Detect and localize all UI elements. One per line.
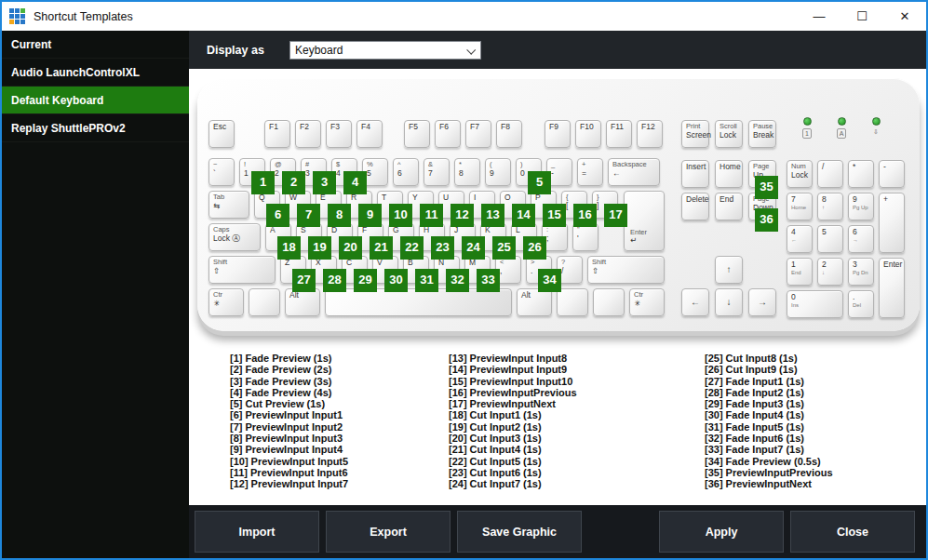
key-insert[interactable]: Insert <box>681 160 709 188</box>
key-sym[interactable]: Shift⇧ <box>208 256 276 284</box>
key-1[interactable]: !11 <box>239 158 265 186</box>
key-f8[interactable]: F8 <box>496 120 522 148</box>
sidebar-item-default-keyboard[interactable]: Default Keyboard <box>2 87 189 114</box>
key-sym[interactable]: ↑ <box>715 256 743 284</box>
shortcut-badge-17: 17 <box>604 204 627 227</box>
key-sym[interactable]: - <box>879 160 905 188</box>
key-esc[interactable]: Esc <box>208 120 235 148</box>
key-4[interactable]: 4← <box>787 225 813 253</box>
shortcut-badge-28: 28 <box>323 269 346 292</box>
key-f9[interactable]: F9 <box>545 120 571 148</box>
key-5[interactable]: 5 <box>817 225 843 253</box>
key-lock[interactable]: CapsLock Ⓐ <box>208 223 261 251</box>
key-home[interactable]: Home <box>715 160 743 188</box>
key-f6[interactable]: F6 <box>435 120 461 148</box>
key-3[interactable]: 3Pg Dn <box>848 258 874 286</box>
key-sym[interactable]: ← <box>681 288 709 316</box>
key-sym[interactable]: Shift⇧ <box>587 256 665 284</box>
sidebar-item-replay-shuttleprov2[interactable]: Replay ShuttlePROv2 <box>2 114 189 142</box>
key-sym[interactable]: += <box>577 158 603 186</box>
export-button[interactable]: Export <box>326 511 451 553</box>
key-blank[interactable] <box>249 288 280 316</box>
key-sym[interactable]: / <box>817 160 843 188</box>
key-sym[interactable]: Tab⇆ <box>208 191 249 219</box>
key-delete[interactable]: Delete <box>681 193 709 220</box>
key-f7[interactable]: F7 <box>465 120 491 148</box>
key-sym[interactable]: Ctr✳ <box>208 288 244 316</box>
key-7[interactable]: 7Home <box>787 193 813 220</box>
key-screen[interactable]: PrintScreen <box>681 120 709 148</box>
key-f12[interactable]: F12 <box>637 120 663 148</box>
shortcut-badge-20: 20 <box>339 236 362 260</box>
save-graphic-button[interactable]: Save Graphic <box>457 511 582 553</box>
key-enter[interactable]: Enter↵ <box>624 191 665 251</box>
key-2[interactable]: 2↓ <box>817 258 843 286</box>
key-sym[interactable]: Backspace← <box>608 158 660 186</box>
key-f2[interactable]: F2 <box>295 120 321 148</box>
key-9[interactable]: 9Pg Up <box>848 193 874 220</box>
key-6[interactable]: ^6 <box>393 158 419 186</box>
sidebar-item-audio-launchcontrolxl[interactable]: Audio LaunchControlXL <box>2 59 189 87</box>
close-button[interactable]: Close <box>790 511 915 553</box>
key-blank[interactable] <box>557 288 588 316</box>
key-7[interactable]: &7 <box>424 158 450 186</box>
minimize-button[interactable]: — <box>798 2 841 31</box>
key-up[interactable]: PageUp35 <box>748 160 776 188</box>
key-alt[interactable]: Alt <box>517 288 552 316</box>
legend-entry: [26] Cut Input9 (1s) <box>705 364 921 375</box>
title-bar: Shortcut Templates — ☐ ✕ <box>2 2 926 31</box>
key-alt[interactable]: Alt <box>285 288 320 316</box>
key-sym[interactable]: → <box>748 288 776 316</box>
key-sym[interactable]: ↓ <box>715 288 743 316</box>
key-sym[interactable]: + <box>879 193 905 253</box>
legend-entry: [34] Fade Preview (0.5s) <box>705 456 921 467</box>
key-break[interactable]: PauseBreak <box>748 120 776 148</box>
key-sym[interactable]: ~` <box>208 158 235 186</box>
key-8[interactable]: *8 <box>454 158 480 186</box>
sidebar-item-current[interactable]: Current <box>2 31 189 59</box>
key-9[interactable]: (9 <box>485 158 511 186</box>
key-f4[interactable]: F4 <box>356 120 383 148</box>
key-f5[interactable]: F5 <box>404 120 430 148</box>
key-q[interactable]: Q6 <box>254 191 280 219</box>
key-f11[interactable]: F11 <box>606 120 632 148</box>
key-1[interactable]: 1End <box>787 258 813 286</box>
scroll-lock-led-light <box>872 117 881 126</box>
legend-column-2: [13] PreviewInput Input8[14] PreviewInpu… <box>449 353 665 490</box>
key-6[interactable]: 6→ <box>848 225 874 253</box>
apply-button[interactable]: Apply <box>659 511 784 553</box>
key-sym[interactable]: * <box>848 160 874 188</box>
key-8[interactable]: 8↑ <box>817 193 843 220</box>
display-as-select[interactable]: Keyboard <box>289 41 481 60</box>
key-enter[interactable]: Enter <box>879 258 905 318</box>
key-sym[interactable]: >.34 <box>526 256 552 284</box>
shortcut-badge-14: 14 <box>512 204 535 227</box>
shortcut-badge-3: 3 <box>313 171 336 194</box>
key-a[interactable]: A18 <box>265 223 291 251</box>
legend-column-3: [25] Cut Input8 (1s)[26] Cut Input9 (1s)… <box>705 353 921 490</box>
key-f1[interactable]: F1 <box>264 120 290 148</box>
key-f10[interactable]: F10 <box>575 120 601 148</box>
keyboard-row: Tab⇆Q6W7E8R9T10Y11U12I13O14P15{[16}]17 <box>208 191 665 219</box>
legend-entry: [25] Cut Input8 (1s) <box>705 353 921 364</box>
keyboard-row: Ctr✳AltAltCtr✳ <box>208 288 665 316</box>
key-f3[interactable]: F3 <box>326 120 352 148</box>
key-lock[interactable]: NumLock <box>787 160 813 188</box>
key-end[interactable]: End <box>715 193 743 220</box>
key-lock[interactable]: ScrollLock <box>715 120 743 148</box>
shortcut-badge-19: 19 <box>308 236 331 260</box>
maximize-button[interactable]: ☐ <box>841 2 883 31</box>
key-sym[interactable]: "' <box>572 223 598 251</box>
key-blank[interactable] <box>593 288 625 316</box>
key-sym[interactable]: .Del <box>848 290 874 318</box>
shortcut-badge-6: 6 <box>266 204 289 227</box>
shortcut-badge-33: 33 <box>477 269 500 292</box>
legend-entry: [36] PreviewInputNext <box>705 478 921 489</box>
key-blank[interactable] <box>325 288 512 316</box>
key-0[interactable]: )05 <box>516 158 542 186</box>
key-0[interactable]: 0Ins <box>787 290 843 318</box>
import-button[interactable]: Import <box>195 511 319 553</box>
key-z[interactable]: Z27 <box>280 256 306 284</box>
key-sym[interactable]: Ctr✳ <box>629 288 665 316</box>
close-window-button[interactable]: ✕ <box>883 2 926 31</box>
